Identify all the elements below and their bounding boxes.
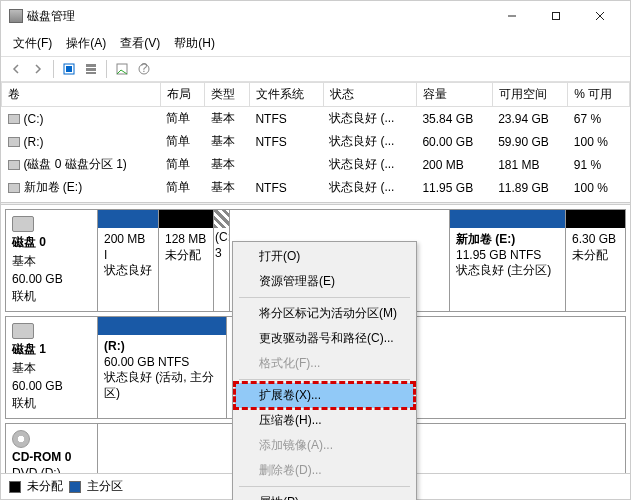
col-type[interactable]: 类型 xyxy=(205,83,250,107)
volume-list[interactable]: 卷 布局 类型 文件系统 状态 容量 可用空间 % 可用 (C:)简单基本NTF… xyxy=(1,82,630,202)
ctx-add-mirror: 添加镜像(A)... xyxy=(235,433,414,458)
views-icon[interactable] xyxy=(82,60,100,78)
cdrom-header[interactable]: CD-ROM 0 DVD (D:) 无媒体 xyxy=(6,424,98,473)
ctx-mark-active[interactable]: 将分区标记为活动分区(M) xyxy=(235,301,414,326)
disk-icon xyxy=(12,216,34,232)
ctx-open[interactable]: 打开(O) xyxy=(235,244,414,269)
ctx-shrink-volume[interactable]: 压缩卷(H)... xyxy=(235,408,414,433)
volume-row[interactable]: (C:)简单基本NTFS状态良好 (...35.84 GB23.94 GB67 … xyxy=(2,107,630,131)
col-pct[interactable]: % 可用 xyxy=(568,83,630,107)
disk-0-partition-c[interactable]: (C:)3 xyxy=(213,210,229,311)
col-free[interactable]: 可用空间 xyxy=(492,83,568,107)
legend-swatch-primary xyxy=(69,481,81,493)
menu-view[interactable]: 查看(V) xyxy=(114,33,166,54)
disk-0-header[interactable]: 磁盘 0 基本 60.00 GB 联机 xyxy=(6,210,98,311)
legend-label-unallocated: 未分配 xyxy=(27,478,63,495)
ctx-change-letter[interactable]: 更改驱动器号和路径(C)... xyxy=(235,326,414,351)
menu-file[interactable]: 文件(F) xyxy=(7,33,58,54)
menu-bar: 文件(F) 操作(A) 查看(V) 帮助(H) xyxy=(1,31,630,56)
volume-row[interactable]: (R:)简单基本NTFS状态良好 (...60.00 GB59.90 GB100… xyxy=(2,130,630,153)
col-volume[interactable]: 卷 xyxy=(2,83,161,107)
disk-0-partition-e[interactable]: 新加卷 (E:)11.95 GB NTFS状态良好 (主分区) xyxy=(449,210,565,311)
disk-1-partition-r[interactable]: (R:)60.00 GB NTFS状态良好 (活动, 主分区) xyxy=(98,317,226,418)
col-status[interactable]: 状态 xyxy=(323,83,416,107)
forward-icon[interactable] xyxy=(29,60,47,78)
menu-help[interactable]: 帮助(H) xyxy=(168,33,221,54)
refresh-icon[interactable] xyxy=(60,60,78,78)
app-icon xyxy=(9,9,23,23)
svg-rect-8 xyxy=(86,72,96,74)
col-capacity[interactable]: 容量 xyxy=(416,83,492,107)
svg-text:?: ? xyxy=(141,62,148,75)
minimize-button[interactable] xyxy=(490,1,534,31)
ctx-properties[interactable]: 属性(P) xyxy=(235,490,414,500)
title-bar: 磁盘管理 xyxy=(1,1,630,31)
disk-1-header[interactable]: 磁盘 1 基本 60.00 GB 联机 xyxy=(6,317,98,418)
svg-rect-1 xyxy=(553,13,560,20)
disk-0-partition-0[interactable]: 200 MB I状态良好 xyxy=(98,210,158,311)
settings-icon[interactable] xyxy=(113,60,131,78)
ctx-extend-volume[interactable]: 扩展卷(X)... xyxy=(235,383,414,408)
toolbar: ? xyxy=(1,56,630,82)
col-fs[interactable]: 文件系统 xyxy=(249,83,323,107)
volume-row[interactable]: (磁盘 0 磁盘分区 1)简单基本状态良好 (...200 MB181 MB91… xyxy=(2,153,630,176)
context-menu: 打开(O) 资源管理器(E) 将分区标记为活动分区(M) 更改驱动器号和路径(C… xyxy=(232,241,417,500)
legend-swatch-unallocated xyxy=(9,481,21,493)
ctx-explorer[interactable]: 资源管理器(E) xyxy=(235,269,414,294)
cd-icon xyxy=(12,430,30,448)
back-icon[interactable] xyxy=(7,60,25,78)
svg-rect-7 xyxy=(86,68,96,71)
help-icon[interactable]: ? xyxy=(135,60,153,78)
window-title: 磁盘管理 xyxy=(23,8,490,25)
disk-0-unallocated-0[interactable]: 128 MB未分配 xyxy=(158,210,213,311)
legend-label-primary: 主分区 xyxy=(87,478,123,495)
disk-0-unallocated-1[interactable]: 6.30 GB未分配 xyxy=(565,210,625,311)
svg-rect-6 xyxy=(86,64,96,67)
ctx-delete-volume: 删除卷(D)... xyxy=(235,458,414,483)
close-button[interactable] xyxy=(578,1,622,31)
svg-rect-5 xyxy=(66,66,72,72)
maximize-button[interactable] xyxy=(534,1,578,31)
disk-icon xyxy=(12,323,34,339)
ctx-format: 格式化(F)... xyxy=(235,351,414,376)
volume-row[interactable]: 新加卷 (E:)简单基本NTFS状态良好 (...11.95 GB11.89 G… xyxy=(2,176,630,199)
menu-action[interactable]: 操作(A) xyxy=(60,33,112,54)
col-layout[interactable]: 布局 xyxy=(160,83,205,107)
